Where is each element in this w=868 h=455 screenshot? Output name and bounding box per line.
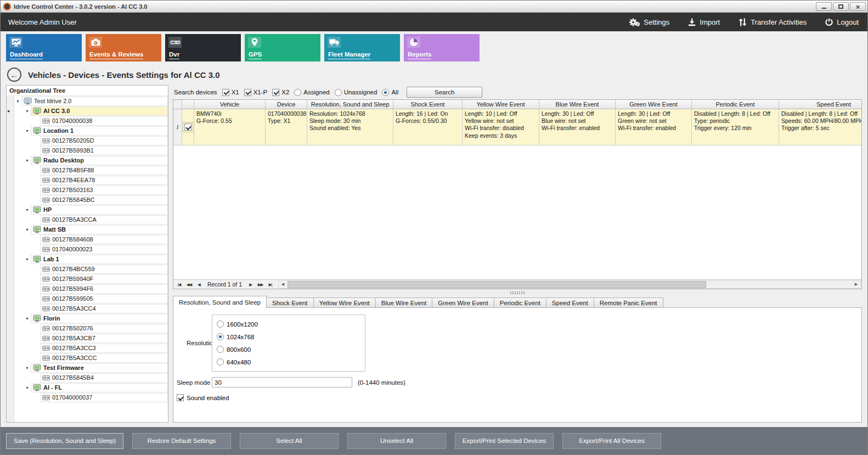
expand-arrow-icon[interactable]: ▾ — [14, 99, 21, 104]
logout-button[interactable]: Logout — [825, 18, 859, 26]
column-header-speed-event[interactable]: Speed Event — [779, 100, 861, 109]
tab-resolution-sound-and-sleep[interactable]: Resolution, Sound and Sleep — [173, 296, 267, 308]
tree-node-00127b5845b4[interactable]: ▾00127B5845B4 — [14, 373, 168, 383]
tree-node-00127b5994f6[interactable]: ▾00127B5994F6 — [14, 284, 168, 294]
tab-yellow-w-ire-event[interactable]: Yellow W​ire Event — [314, 297, 376, 308]
sound-enabled-checkbox[interactable]: Sound enabled — [177, 394, 861, 401]
expand-arrow-icon[interactable]: ▾ — [24, 227, 31, 232]
transfer-activities-button[interactable]: Transfer Activities — [739, 18, 807, 26]
nav-tile-dvr[interactable]: Dvr — [165, 34, 241, 61]
nav-last-button[interactable]: ▶| — [266, 280, 275, 289]
minimize-button[interactable] — [816, 2, 832, 11]
column-header-blue-wire-event[interactable]: Blue Wire Event — [539, 100, 616, 109]
expand-arrow-icon[interactable]: ▾ — [24, 109, 31, 114]
export-print-selected-devices-button[interactable]: Export/Print Selected Devices — [455, 433, 554, 449]
back-button[interactable]: ← — [7, 68, 21, 82]
filter-unassigned-radio[interactable]: Unassigned — [335, 89, 377, 96]
tree-node-017040000023[interactable]: ▾017040000023 — [14, 244, 168, 254]
column-header-shock-event[interactable]: Shock Event — [393, 100, 463, 109]
column-header-periodic-event[interactable]: Periodic Event — [692, 100, 779, 109]
tab-green-wire-event[interactable]: Green Wire Event — [432, 297, 494, 308]
settings-button[interactable]: Settings — [629, 18, 669, 26]
unselect-all-button[interactable]: Unselect All — [347, 433, 446, 449]
horizontal-scrollbar[interactable]: ◀ ▶ — [278, 280, 861, 289]
tree-node-hp[interactable]: ▾HP — [14, 205, 168, 215]
tree-node-00127b50205d[interactable]: ▾00127B50205D — [14, 136, 168, 145]
expand-arrow-icon[interactable]: ▾ — [24, 257, 31, 262]
tab-shock-event[interactable]: Shock Event — [267, 297, 314, 308]
tree-node-00127b5a3cc4[interactable]: ▾00127B5A3CC4 — [14, 304, 168, 313]
close-button[interactable] — [850, 2, 866, 11]
tree-node-00127b59940f[interactable]: ▾00127B59940F — [14, 274, 168, 284]
nav-next-page-button[interactable]: ▶▶ — [256, 280, 265, 289]
expand-arrow-icon[interactable]: ▾ — [24, 207, 31, 212]
sleep-mode-input[interactable] — [212, 377, 352, 387]
expand-arrow-icon[interactable]: ▾ — [24, 128, 31, 133]
nav-tile-gps[interactable]: GPS — [245, 34, 320, 61]
tree-node-00127b4b5f88[interactable]: ▾00127B4B5F88 — [14, 165, 168, 175]
import-button[interactable]: Import — [688, 18, 720, 26]
tab-speed-event[interactable]: Speed Event — [546, 297, 594, 308]
resolution-option-1024x768[interactable]: 1024x768 — [217, 333, 365, 340]
filter-x1-p-checkbox[interactable]: X1-P — [244, 89, 268, 96]
nav-tile-events-reviews[interactable]: Events & Reviews — [86, 34, 161, 61]
tree-node-test-idrive-2-0[interactable]: ▾Test Idrive 2.0 — [14, 96, 168, 106]
expand-arrow-icon[interactable]: ▾ — [24, 158, 31, 163]
column-header-yellow-wire-event[interactable]: Yellow Wire Event — [463, 100, 539, 109]
nav-next-button[interactable]: ▶ — [246, 280, 255, 289]
tree-node-test-firmware[interactable]: ▾Test Firmware — [14, 363, 168, 373]
tree-node-00127b5a3cc3[interactable]: ▾00127B5A3CC3 — [14, 343, 168, 353]
search-button[interactable]: Search — [407, 87, 482, 98]
save-resolution-sound-and-sleep-button[interactable]: Save (Resolution, Sound and Sleep) — [6, 433, 123, 449]
filter-x1-checkbox[interactable]: X1 — [222, 89, 239, 96]
column-header-device[interactable]: Device — [266, 100, 307, 109]
tree-node-00127b5845bc[interactable]: ▾00127B5845BC — [14, 195, 168, 205]
scroll-right-icon[interactable]: ▶ — [852, 281, 860, 288]
nav-tile-fleet-manager[interactable]: Fleet Manager — [324, 34, 400, 61]
maximize-button[interactable] — [833, 2, 849, 11]
tree-node-00127b5a3cb7[interactable]: ▾00127B5A3CB7 — [14, 333, 168, 343]
expand-arrow-icon[interactable]: ▾ — [24, 366, 31, 370]
filter-all-radio[interactable]: All — [382, 89, 398, 96]
tree-node-al-fl[interactable]: ▾Al - FL — [14, 383, 168, 392]
resolution-option-800x600[interactable]: 800x600 — [217, 346, 365, 353]
nav-prev-page-button[interactable]: ◀◀ — [184, 280, 194, 289]
column-header-green-wire-event[interactable]: Green Wire Event — [616, 100, 692, 109]
restore-default-settings-button[interactable]: Restore Default Settings — [132, 433, 231, 449]
resolution-option-1600x1200[interactable]: 1600x1200 — [217, 321, 365, 328]
tree-node-00127b502076[interactable]: ▾00127B502076 — [14, 323, 168, 333]
tree-node-00127b599505[interactable]: ▾00127B599505 — [14, 294, 168, 304]
tree-node-00127b584608[interactable]: ▾00127B584608 — [14, 234, 168, 244]
tree-node-00127b5993b1[interactable]: ▾00127B5993B1 — [14, 145, 168, 155]
device-row[interactable]: IBMW740iG-Force: 0.55017040000038Type: X… — [173, 109, 861, 145]
tab-periodic-event[interactable]: Periodic Event — [494, 297, 546, 308]
tree-node-017040000038[interactable]: ▾017040000038 — [14, 116, 168, 126]
row-select-checkbox[interactable] — [182, 109, 194, 145]
resolution-option-640x480[interactable]: 640x480 — [217, 358, 365, 366]
select-column-header[interactable] — [182, 100, 194, 109]
tab-remote-panic-event[interactable]: Remote Panic Event — [594, 297, 663, 308]
nav-prev-button[interactable]: ◀ — [194, 280, 204, 289]
tree-node-00127b4bc559[interactable]: ▾00127B4BC559 — [14, 264, 168, 274]
tree-node-lab-1[interactable]: ▾Lab 1 — [14, 254, 168, 264]
expand-arrow-icon[interactable]: ▾ — [24, 316, 31, 321]
filter-x2-checkbox[interactable]: X2 — [272, 89, 289, 96]
tree-node-al-cc-3-0[interactable]: ▾Al CC 3.0 — [14, 106, 168, 116]
nav-tile-dashboard[interactable]: Dashboard — [6, 34, 82, 61]
tree-node-location-1[interactable]: ▾Location 1 — [14, 126, 168, 136]
tree-node-00127b5a3cca[interactable]: ▾00127B5A3CCA — [14, 215, 168, 224]
tree-node-00127b503163[interactable]: ▾00127B503163 — [14, 185, 168, 195]
nav-first-button[interactable]: |◀ — [174, 280, 184, 289]
tree-node-radu-desktop[interactable]: ▾Radu Desktop — [14, 155, 168, 165]
expand-arrow-icon[interactable]: ▾ — [24, 385, 31, 390]
tree-node-00127b5a3ccc[interactable]: ▾00127B5A3CCC — [14, 353, 168, 363]
column-header-vehicle[interactable]: Vehicle — [194, 100, 266, 109]
column-header-resolution-sound-and-sleep[interactable]: Resolution, Sound and Sleep — [307, 100, 393, 109]
nav-tile-reports[interactable]: Reports — [404, 34, 480, 61]
select-all-button[interactable]: Select All — [240, 433, 339, 449]
tab-blue-wire-event[interactable]: Blue Wire Event — [376, 297, 432, 308]
tree-node-00127b4eea78[interactable]: ▾00127B4EEA78 — [14, 175, 168, 185]
scrollbar-thumb[interactable] — [288, 281, 706, 288]
tree-node-florin[interactable]: ▾Florin — [14, 313, 168, 323]
filter-assigned-radio[interactable]: Assigned — [294, 89, 329, 96]
